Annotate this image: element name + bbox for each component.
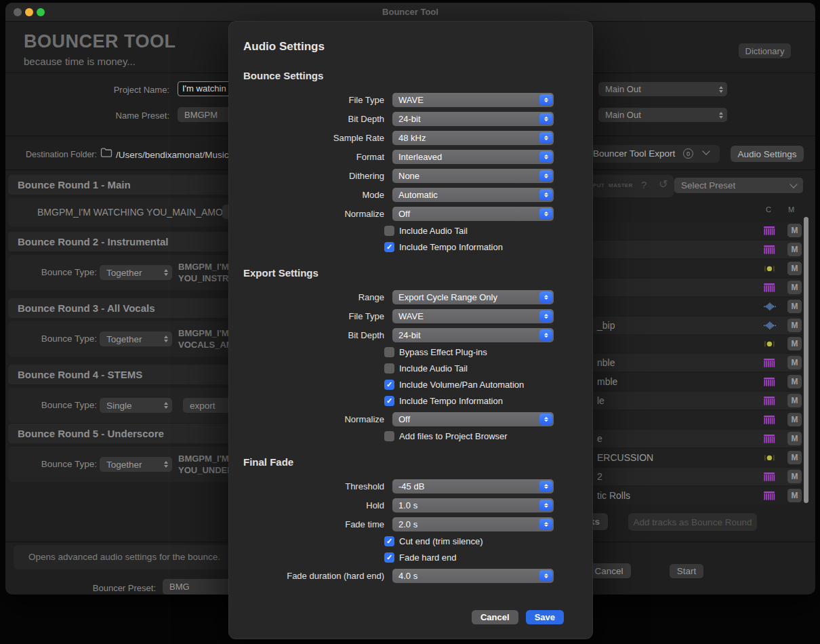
include-tempo-information-checkbox-label: Include Tempo Information <box>399 396 503 406</box>
fade-duration-hard-end-popup[interactable]: 4.0 s <box>392 569 554 583</box>
hold-popup[interactable]: 1.0 s <box>392 498 554 512</box>
include-tempo-information-checkbox-label: Include Tempo Information <box>399 242 503 252</box>
stepper-chevrons-icon <box>539 500 552 511</box>
mute-button[interactable]: M <box>787 451 802 464</box>
popup-chevrons-icon <box>719 112 723 119</box>
mode-popup[interactable]: Automatic <box>392 188 554 202</box>
stepper-chevrons-icon <box>539 329 552 341</box>
export-name-value: export <box>190 401 216 411</box>
add-tracks-as-bounce-round-button[interactable]: Add tracks as Bounce Round <box>628 513 757 531</box>
cut-end-trim-silence-checkbox[interactable]: ✓ <box>384 536 394 546</box>
instrument-dot-icon <box>764 453 776 462</box>
bounce-type-select[interactable]: Single <box>100 398 172 413</box>
file-type-value: WAVE <box>398 95 424 105</box>
select-preset-dropdown[interactable]: Select Preset <box>674 178 803 193</box>
bounce-type-select[interactable]: Together <box>100 331 172 346</box>
fade-hard-end-checkbox[interactable]: ✓ <box>384 552 394 563</box>
tracklist-scrollbar[interactable] <box>804 217 808 503</box>
bit-depth-popup[interactable]: 24-bit <box>392 112 554 126</box>
threshold-popup[interactable]: -45 dB <box>392 479 554 494</box>
mute-button[interactable]: M <box>787 432 802 445</box>
bypass-effect-plug-ins-checkbox[interactable] <box>384 347 394 357</box>
stepper-chevrons-icon <box>539 481 552 492</box>
mute-button[interactable]: M <box>787 262 802 275</box>
dialog-title: Audio Settings <box>229 40 592 55</box>
sample-rate-popup[interactable]: 48 kHz <box>392 131 554 145</box>
dictionary-button[interactable]: Dictionary <box>739 43 791 58</box>
bounce-type-value: Together <box>106 268 142 278</box>
mute-button[interactable]: M <box>787 470 802 483</box>
popup-chevrons-icon <box>719 86 723 93</box>
main-cancel-button[interactable]: Cancel <box>587 563 631 578</box>
mute-button[interactable]: M <box>787 375 802 388</box>
format-popup[interactable]: Interleaved <box>392 150 554 164</box>
file-type-value: WAVE <box>398 311 424 321</box>
normalize-popup[interactable]: Off <box>392 412 554 426</box>
stepper-chevrons-icon <box>539 310 552 322</box>
add-files-to-project-browser-checkbox[interactable] <box>384 431 394 441</box>
midi-keyboard-icon <box>764 396 776 405</box>
track-name-fragment: e <box>597 433 602 444</box>
output-select-1[interactable]: Main Out <box>598 82 727 96</box>
include-audio-tail-checkbox[interactable] <box>384 363 394 374</box>
normalize-popup[interactable]: Off <box>392 207 554 221</box>
bit-depth-label: Bit Depth <box>229 112 392 126</box>
bounce-type-select[interactable]: Together <box>100 457 172 472</box>
stepper-chevrons-icon <box>539 291 552 303</box>
start-button[interactable]: Start <box>670 564 703 578</box>
stepper-chevrons-icon <box>539 208 552 220</box>
bounce-file-name: BMGPM_I'MYOU_UNDER <box>178 453 234 476</box>
fade-time-value: 2.0 s <box>398 519 417 529</box>
bounce-type-label: Bounce Type: <box>37 459 97 469</box>
output-tag: PUT <box>593 182 604 188</box>
normalize-label: Normalize <box>229 412 392 426</box>
mute-button[interactable]: M <box>787 413 802 426</box>
midi-keyboard-icon <box>764 434 776 443</box>
midi-keyboard-icon <box>764 358 776 367</box>
mute-button[interactable]: M <box>787 319 802 332</box>
mute-button[interactable]: M <box>787 243 802 256</box>
mute-button[interactable]: M <box>787 356 802 369</box>
include-tempo-information-checkbox[interactable]: ✓ <box>384 396 394 406</box>
midi-keyboard-icon <box>764 245 776 254</box>
mute-button[interactable]: M <box>787 489 802 502</box>
include-volume-pan-automation-checkbox[interactable]: ✓ <box>384 380 394 390</box>
range-popup[interactable]: Export Cycle Range Only <box>392 290 554 304</box>
track-name-fragment: _bip <box>597 320 615 331</box>
cut-end-trim-silence-checkbox-label: Cut end (trim silence) <box>399 536 483 546</box>
select-preset-value: Select Preset <box>681 180 735 190</box>
dialog-cancel-button[interactable]: Cancel <box>472 610 518 624</box>
audio-settings-dialog: Audio Settings Bounce SettingsFile TypeW… <box>228 21 593 639</box>
dialog-save-button[interactable]: Save <box>526 610 564 624</box>
include-audio-tail-checkbox[interactable] <box>384 226 394 236</box>
undo-icon[interactable]: ↺ <box>659 178 668 190</box>
include-tempo-information-checkbox[interactable]: ✓ <box>384 242 394 252</box>
folder-icon[interactable] <box>100 147 112 161</box>
mute-button[interactable]: M <box>787 394 802 407</box>
popup-chevrons-icon <box>164 269 168 276</box>
track-name-fragment: tic Rolls <box>597 490 630 501</box>
fade-time-popup[interactable]: 2.0 s <box>392 517 554 531</box>
bouncer-preset-value: BMG <box>169 582 190 592</box>
hold-value: 1.0 s <box>398 500 417 510</box>
dithering-popup[interactable]: None <box>392 169 554 183</box>
column-header-mute: M <box>788 205 794 214</box>
fade-duration-hard-end-value: 4.0 s <box>398 571 417 581</box>
file-type-popup[interactable]: WAVE <box>392 93 554 107</box>
output-select-2[interactable]: Main Out <box>598 108 727 122</box>
file-type-popup[interactable]: WAVE <box>392 309 554 323</box>
bounce-type-select[interactable]: Together <box>100 265 172 280</box>
help-icon[interactable]: ? <box>641 179 647 190</box>
mute-button[interactable]: M <box>787 337 802 350</box>
bouncer-preset-label: Bouncer Preset: <box>91 583 156 593</box>
mute-button[interactable]: M <box>787 281 802 294</box>
mute-button[interactable]: M <box>787 224 802 237</box>
bit-depth-value: 24-bit <box>398 114 421 124</box>
fade-hard-end-checkbox-label: Fade hard end <box>399 552 457 563</box>
stepper-chevrons-icon <box>539 94 552 106</box>
bit-depth-popup[interactable]: 24-bit <box>392 328 554 342</box>
export-name-field[interactable]: Bouncer Tool Export 0 <box>583 145 720 163</box>
mute-button[interactable]: M <box>787 300 802 313</box>
project-name-label: Project Name: <box>73 85 169 95</box>
audio-settings-button[interactable]: Audio Settings <box>731 146 804 162</box>
